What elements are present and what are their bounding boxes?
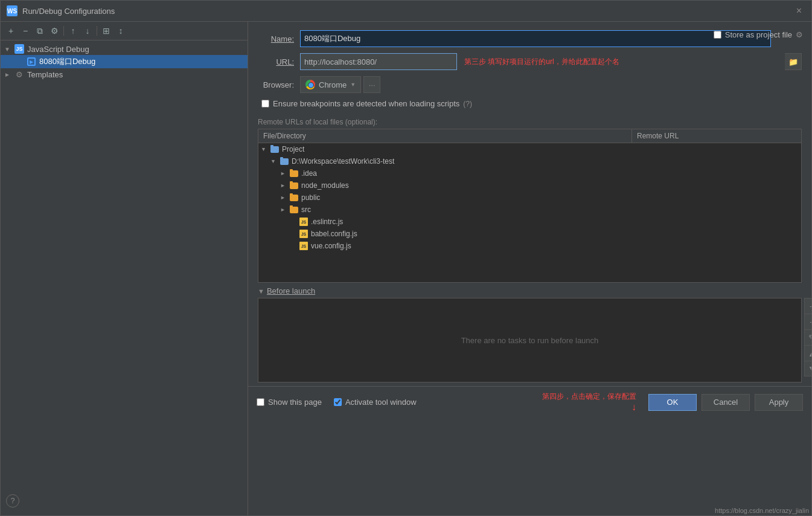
project-folder-icon (269, 144, 280, 154)
help-button[interactable]: ? (6, 494, 19, 508)
show-page-row: Show this page (257, 398, 322, 407)
bottom-bar: Show this page Activate tool window 第四步，… (248, 386, 811, 418)
filter-button[interactable]: ⊞ (100, 24, 113, 37)
settings-button[interactable]: ⚙ (48, 24, 61, 37)
bottom-buttons: OK Cancel Apply (648, 394, 803, 411)
node-modules-folder-icon (289, 181, 299, 190)
left-panel: + − ⧉ ⚙ ↑ ↓ ⊞ ↕ ▼ JS JavaScript Debug (1, 22, 248, 515)
js-debug-icon: JS (14, 44, 25, 54)
down-button[interactable]: ↓ (81, 24, 94, 37)
before-launch-panel: There are no tasks to run before launch (258, 298, 802, 382)
babel-file-icon: JS (298, 229, 309, 239)
move-task-down-button[interactable]: ▼ (804, 361, 811, 376)
chrome-icon (305, 80, 315, 89)
ftree-item-node-modules[interactable]: ► node_modules (258, 179, 801, 192)
tree-item-templates[interactable]: ► ⚙ Templates (1, 68, 248, 80)
js-debug-label: JavaScript Debug (27, 45, 89, 54)
add-task-button[interactable]: + (804, 298, 811, 314)
run-debug-dialog: WS Run/Debug Configurations × + − ⧉ ⚙ ↑ … (0, 0, 812, 516)
idea-folder-icon (289, 169, 299, 178)
bottom-checkboxes: Show this page Activate tool window (257, 398, 542, 407)
apply-button[interactable]: Apply (755, 394, 803, 411)
tree-item-config[interactable]: ▶ 8080端口Debug (1, 55, 248, 68)
ftree-item-babel[interactable]: JS babel.config.js (258, 228, 801, 240)
store-project-checkbox[interactable] (714, 31, 721, 39)
bottom-annotation-area: 第四步，点击确定，保存配置 ↓ (542, 392, 636, 413)
show-page-checkbox[interactable] (257, 398, 264, 406)
url-browse-button[interactable]: 📁 (785, 53, 802, 70)
url-row: URL: 第三步 填写好项目运行的url，并给此配置起个名 📁 (258, 53, 802, 70)
eslintrc-file-icon: JS (298, 217, 309, 227)
ensure-help-icon[interactable]: (?) (463, 100, 472, 108)
remove-task-button[interactable]: − (804, 314, 811, 329)
config-icon: ▶ (26, 57, 37, 66)
dropdown-arrow-icon: ▼ (350, 82, 356, 88)
ftree-item-src[interactable]: ► src (258, 204, 801, 216)
browser-label: Browser: (258, 80, 300, 89)
chrome-dropdown[interactable]: Chrome ▼ (300, 76, 361, 93)
remote-urls-label: Remote URLs of local files (optional): (258, 118, 802, 126)
ftree-item-project[interactable]: ▼ Project (258, 143, 801, 155)
activate-window-row: Activate tool window (334, 398, 417, 407)
up-button[interactable]: ↑ (66, 24, 80, 37)
ftree-item-public[interactable]: ► public (258, 192, 801, 204)
activate-window-label: Activate tool window (345, 398, 417, 407)
tree-item-js-debug[interactable]: ▼ JS JavaScript Debug (1, 43, 248, 55)
main-content: + − ⧉ ⚙ ↑ ↓ ⊞ ↕ ▼ JS JavaScript Debug (1, 22, 811, 515)
file-tree-container: File/Directory Remote URL ▼ Project ▼ (258, 129, 802, 283)
templates-icon: ⚙ (14, 69, 25, 79)
src-folder-icon (289, 205, 299, 214)
name-input[interactable] (300, 30, 771, 47)
side-action-buttons: + − ✎ ▲ ▼ (804, 298, 811, 376)
remove-button[interactable]: − (19, 24, 32, 37)
no-tasks-text: There are no tasks to run before launch (461, 336, 599, 345)
col-file-dir: File/Directory (258, 129, 632, 143)
name-label: Name: (258, 34, 300, 44)
cancel-button[interactable]: Cancel (702, 394, 750, 411)
store-settings-icon[interactable]: ⚙ (796, 30, 803, 39)
vue-config-file-icon: JS (298, 241, 309, 251)
before-launch-section: ▼ Before launch There are no tasks to ru… (258, 286, 802, 382)
before-launch-collapse-icon[interactable]: ▼ (258, 288, 264, 295)
url-input[interactable] (300, 53, 457, 70)
sort-button[interactable]: ↕ (114, 24, 127, 37)
templates-label: Templates (27, 70, 63, 79)
file-tree-header: File/Directory Remote URL (258, 129, 801, 143)
remote-urls-section: Remote URLs of local files (optional): F… (258, 118, 802, 283)
show-page-label: Show this page (268, 398, 322, 407)
ok-button[interactable]: OK (648, 394, 697, 411)
ftree-item-eslintrc[interactable]: JS .eslintrc.js (258, 216, 801, 228)
workspace-folder-icon (279, 156, 290, 166)
app-icon: WS (7, 5, 18, 16)
add-button[interactable]: + (4, 24, 18, 37)
col-remote-url: Remote URL (632, 129, 801, 143)
tree-arrow-templates: ► (4, 71, 14, 78)
copy-button[interactable]: ⧉ (33, 24, 46, 37)
store-project-label: Store as project file (725, 30, 792, 39)
title-bar: WS Run/Debug Configurations × (1, 1, 811, 22)
before-launch-wrapper: There are no tasks to run before launch … (258, 298, 802, 382)
ftree-item-workspace[interactable]: ▼ D:\Workspace\testWork\cli3-test (258, 155, 801, 167)
browser-select: Chrome ▼ ··· (300, 76, 380, 93)
activate-window-checkbox[interactable] (334, 398, 342, 406)
separator2 (97, 26, 97, 36)
browser-row: Browser: Chrome ▼ ··· (258, 76, 802, 93)
ensure-breakpoints-checkbox[interactable] (261, 100, 269, 108)
public-folder-icon (289, 193, 299, 202)
url-annotation: 第三步 填写好项目运行的url，并给此配置起个名 (464, 57, 785, 67)
ftree-item-vue-config[interactable]: JS vue.config.js (258, 240, 801, 252)
edit-task-button[interactable]: ✎ (804, 329, 811, 345)
ensure-label: Ensure breakpoints are detected when loa… (273, 99, 459, 108)
ensure-breakpoints-row: Ensure breakpoints are detected when loa… (261, 99, 802, 108)
right-panel: Store as project file ⚙ Name: URL: (248, 22, 811, 515)
move-task-up-button[interactable]: ▲ (804, 345, 811, 361)
ftree-item-idea[interactable]: ► .idea (258, 167, 801, 179)
store-project-row: Store as project file ⚙ (714, 30, 803, 39)
dialog-title: Run/Debug Configurations (22, 7, 793, 16)
chrome-label: Chrome (319, 80, 347, 89)
url-label: URL: (258, 57, 300, 66)
config-tree: ▼ JS JavaScript Debug ▶ 8080端口Debug ► (1, 40, 248, 515)
toolbar: + − ⧉ ⚙ ↑ ↓ ⊞ ↕ (1, 22, 248, 40)
close-button[interactable]: × (793, 4, 805, 18)
browser-more-button[interactable]: ··· (363, 76, 380, 93)
